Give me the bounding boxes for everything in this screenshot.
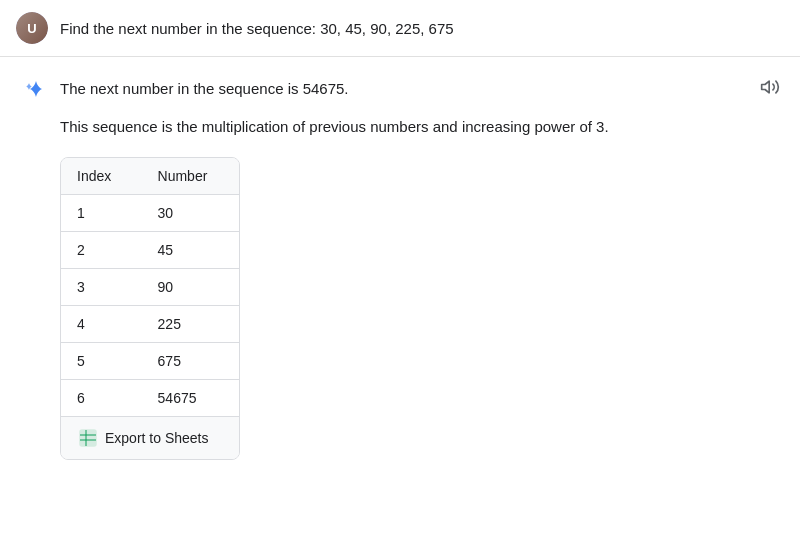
- table-row: 5675: [61, 343, 239, 380]
- svg-rect-1: [80, 430, 96, 446]
- main-content: The next number in the sequence is 54675…: [0, 57, 800, 536]
- response-area: The next number in the sequence is 54675…: [0, 57, 800, 484]
- table-cell-index: 2: [61, 232, 142, 269]
- sound-button[interactable]: [756, 73, 784, 106]
- sheets-icon: [79, 429, 97, 447]
- table-cell-number: 30: [142, 195, 239, 232]
- sequence-table: Index Number 13024539042255675654675: [61, 158, 239, 416]
- header: U Find the next number in the sequence: …: [0, 0, 800, 57]
- avatar-image: U: [16, 12, 48, 44]
- table-cell-number: 225: [142, 306, 239, 343]
- gemini-icon: [24, 79, 48, 103]
- table-cell-index: 5: [61, 343, 142, 380]
- ai-response-header: The next number in the sequence is 54675…: [24, 77, 776, 103]
- response-main-text: The next number in the sequence is 54675…: [60, 77, 349, 101]
- table-row: 4225: [61, 306, 239, 343]
- table-cell-index: 6: [61, 380, 142, 417]
- table-row: 390: [61, 269, 239, 306]
- table-row: 654675: [61, 380, 239, 417]
- table-cell-number: 54675: [142, 380, 239, 417]
- table-cell-number: 45: [142, 232, 239, 269]
- table-header-index: Index: [61, 158, 142, 195]
- table-header-number: Number: [142, 158, 239, 195]
- table-header-row: Index Number: [61, 158, 239, 195]
- response-sub-text: This sequence is the multiplication of p…: [24, 115, 776, 139]
- export-to-sheets-button[interactable]: Export to Sheets: [73, 425, 215, 451]
- export-button-label: Export to Sheets: [105, 430, 209, 446]
- table-cell-index: 1: [61, 195, 142, 232]
- table-cell-index: 4: [61, 306, 142, 343]
- table-cell-number: 90: [142, 269, 239, 306]
- table-cell-index: 3: [61, 269, 142, 306]
- table-row: 130: [61, 195, 239, 232]
- sequence-table-container: Index Number 13024539042255675654675: [60, 157, 240, 460]
- svg-marker-0: [762, 81, 770, 93]
- header-title: Find the next number in the sequence: 30…: [60, 20, 454, 37]
- avatar: U: [16, 12, 48, 44]
- table-cell-number: 675: [142, 343, 239, 380]
- export-row: Export to Sheets: [61, 416, 239, 459]
- table-row: 245: [61, 232, 239, 269]
